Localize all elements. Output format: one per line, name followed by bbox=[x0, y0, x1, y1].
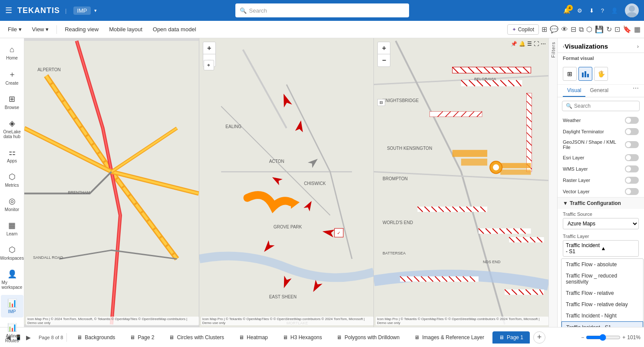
sidebar-item-metrics[interactable]: ⬡ Metrics bbox=[1, 169, 23, 191]
list-icon[interactable]: ☰ bbox=[527, 41, 532, 47]
viz-icon-table[interactable]: ⊞ bbox=[563, 67, 577, 81]
zoom-minus[interactable]: − bbox=[581, 334, 584, 340]
sidebar-item-browse[interactable]: ⊞ Browse bbox=[1, 91, 23, 113]
dropdown-item-flow-delay[interactable]: Traffic Flow - relative delay bbox=[561, 299, 643, 310]
traffic-config-section[interactable]: ▼ Traffic Configuration bbox=[558, 197, 644, 209]
workspace-selector[interactable]: IMP bbox=[73, 7, 90, 15]
tab-circles[interactable]: 🖥 Circles with Clusters bbox=[162, 331, 231, 344]
filters-panel[interactable]: Filters bbox=[548, 38, 557, 327]
search-input-panel[interactable] bbox=[574, 103, 639, 109]
tab-backgrounds[interactable]: 🖥 Backgrounds bbox=[70, 331, 122, 344]
copilot-button[interactable]: ✦ Copilot bbox=[507, 24, 539, 35]
metrics-icon: ⬡ bbox=[9, 172, 16, 182]
toggle-daylight-switch[interactable] bbox=[625, 128, 639, 135]
more-icon-map[interactable]: ⋯ bbox=[541, 41, 546, 47]
workspace-chevron[interactable]: ▾ bbox=[94, 8, 97, 13]
nav-mobile-layout[interactable]: Mobile layout bbox=[105, 23, 147, 35]
toggle-vector-switch[interactable] bbox=[625, 188, 639, 195]
nav-icon-save[interactable]: 💾 bbox=[595, 25, 604, 33]
filters-label: Filters bbox=[551, 42, 556, 58]
dropdown-item-incident-s1[interactable]: Traffic Incident - S1 bbox=[561, 321, 643, 327]
nav-icon-view[interactable]: 👁 bbox=[561, 26, 568, 33]
traffic-layer-dropdown: Traffic Flow - absolute Traffic Flow _ r… bbox=[561, 258, 644, 327]
toggle-raster-switch[interactable] bbox=[625, 177, 639, 184]
pin-icon[interactable]: 📌 bbox=[511, 41, 517, 47]
sidebar-item-learn[interactable]: ▦ Learn bbox=[1, 217, 23, 240]
sidebar-label-myworkspace: My workspace bbox=[2, 280, 23, 290]
traffic-source-select[interactable]: Azure Maps bbox=[563, 218, 639, 229]
right-panel: ‹ Visualizations › Data Format visual ⊞ … bbox=[557, 38, 644, 327]
top-search-bar[interactable]: 🔍 Search bbox=[235, 3, 409, 17]
next-page-btn[interactable]: ▶ bbox=[23, 332, 33, 343]
nav-icon-comment[interactable]: 💬 bbox=[550, 25, 558, 33]
nav-icon-format[interactable]: ⊡ bbox=[614, 25, 620, 33]
download-icon[interactable]: ⬇ bbox=[589, 7, 594, 14]
panel-expand-btn[interactable]: › bbox=[637, 43, 639, 50]
sidebar-item-create[interactable]: ＋ Create bbox=[1, 66, 23, 89]
sidebar-item-onelake[interactable]: ◈ OneLake data hub bbox=[1, 115, 23, 142]
hamburger-icon[interactable]: ☰ bbox=[5, 6, 12, 15]
sidebar-item-home[interactable]: ⌂ Home bbox=[1, 42, 23, 64]
compass-btn-2[interactable]: ⌖ bbox=[204, 60, 214, 70]
search-box[interactable]: 🔍 bbox=[562, 101, 640, 111]
bell-icon-map[interactable]: 🔔 bbox=[519, 41, 525, 47]
nav-icon-table[interactable]: ⊟ bbox=[571, 25, 576, 33]
tab-more-btn[interactable]: ⋯ bbox=[633, 85, 639, 97]
zoom-out-btn-3[interactable]: − bbox=[378, 54, 390, 66]
nav-icon-share2[interactable]: ⬡ bbox=[586, 25, 592, 33]
toggle-wms-switch[interactable] bbox=[625, 165, 639, 172]
home-icon: ⌂ bbox=[10, 45, 14, 54]
sidebar-item-apps[interactable]: ⚏ Apps bbox=[1, 144, 23, 167]
notification-icon[interactable]: 🔔 4 bbox=[563, 7, 570, 14]
tab-heatmap[interactable]: 🖥 Heatmap bbox=[232, 331, 274, 344]
toggle-esri: Esri Layer bbox=[558, 152, 644, 163]
sidebar-item-monitor[interactable]: ◎ Monitor bbox=[1, 193, 23, 215]
dropdown-item-flow-absolute[interactable]: Traffic Flow - absolute bbox=[561, 259, 643, 270]
traffic-layer-dropdown-trigger[interactable]: Traffic Incident - S1 ▲ bbox=[563, 240, 639, 257]
nav-icon-refresh[interactable]: ↻ bbox=[606, 25, 612, 33]
nav-icon-more[interactable]: ▦ bbox=[634, 25, 641, 33]
prev-page-btn[interactable]: ◀ bbox=[3, 332, 13, 343]
nav-file[interactable]: File ▾ bbox=[3, 23, 26, 35]
dropdown-item-flow-relative[interactable]: Traffic Flow - relative bbox=[561, 288, 643, 299]
tab-polygons[interactable]: 🖥 Polygons with Drilldown bbox=[330, 331, 406, 344]
nav-icon-grid[interactable]: ⊞ bbox=[542, 25, 547, 33]
user-avatar[interactable] bbox=[625, 3, 639, 17]
help-icon[interactable]: ? bbox=[601, 7, 604, 14]
tab-images[interactable]: 🖥 Images & Reference Layer bbox=[408, 331, 491, 344]
sidebar-item-myworkspace[interactable]: 👤 My workspace bbox=[1, 266, 23, 293]
mobile-icon-bottom[interactable]: 📱 bbox=[15, 334, 22, 340]
sidebar-item-imp[interactable]: 📊 IMP bbox=[1, 295, 23, 317]
zoom-plus[interactable]: + bbox=[622, 334, 625, 340]
sidebar-item-workspaces[interactable]: ⬡ Workspaces bbox=[1, 241, 23, 264]
nav-separator bbox=[56, 25, 57, 34]
tab-icon-circles: 🖥 bbox=[169, 334, 174, 340]
dropdown-item-incident-night[interactable]: Traffic Incident - Night bbox=[561, 310, 643, 321]
sidebar-label-imp: IMP bbox=[8, 309, 16, 314]
nav-open-data-model[interactable]: Open data model bbox=[149, 23, 201, 35]
tab-page1[interactable]: 🖥 Page 1 bbox=[492, 331, 530, 344]
toggle-esri-switch[interactable] bbox=[625, 154, 639, 161]
toggle-geojson-switch[interactable] bbox=[625, 141, 639, 148]
nav-icon-bookmark[interactable]: 🔖 bbox=[623, 25, 631, 33]
add-page-btn[interactable]: + bbox=[533, 331, 545, 344]
nav-view[interactable]: View ▾ bbox=[28, 23, 53, 35]
nav-reading-view[interactable]: Reading view bbox=[60, 23, 103, 35]
dropdown-item-flow-reduced[interactable]: Traffic Flow _ reduced sensitivity bbox=[561, 270, 643, 288]
zoom-slider[interactable] bbox=[586, 334, 621, 341]
toggle-weather-switch[interactable]: Off bbox=[625, 117, 639, 124]
share-icon[interactable]: 👤 bbox=[611, 7, 618, 14]
toggle-raster-label: Raster Layer bbox=[563, 178, 625, 183]
tab-visual[interactable]: Visual bbox=[563, 85, 585, 97]
tab-general[interactable]: General bbox=[585, 85, 613, 97]
viz-icon-chart[interactable] bbox=[578, 67, 592, 81]
zoom-in-btn-2[interactable]: + bbox=[203, 42, 215, 54]
tab-h3hex[interactable]: 🖥 H3 Hexagons bbox=[276, 331, 329, 344]
viz-icon-hand[interactable]: 🖐 bbox=[594, 67, 608, 81]
tab-page2[interactable]: 🖥 Page 2 bbox=[123, 331, 161, 344]
nav-icon-copy[interactable]: ⧉ bbox=[579, 26, 584, 33]
settings-icon[interactable]: ⚙ bbox=[577, 7, 582, 14]
map-credits-2: Icon Map Pro | © Tekantis © OpenMapTiles… bbox=[201, 317, 374, 325]
zoom-in-btn-3[interactable]: + bbox=[378, 42, 390, 54]
expand-icon[interactable]: ⛶ bbox=[534, 41, 539, 47]
